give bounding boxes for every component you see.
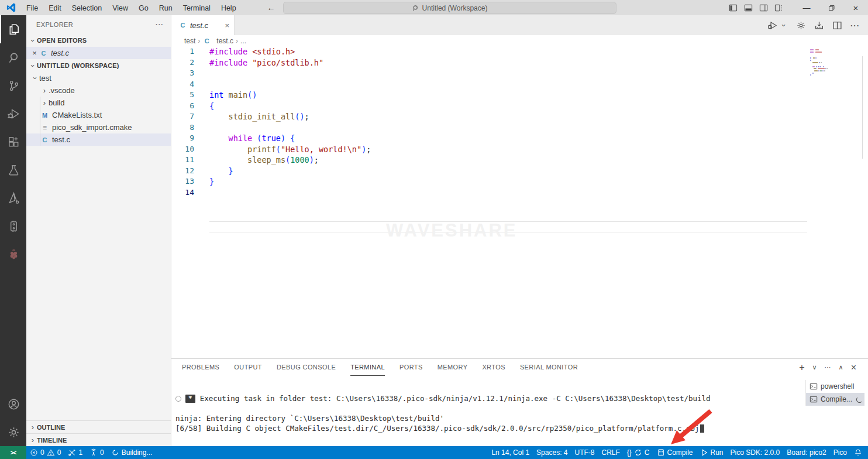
statusbar-eol[interactable]: CRLF [598, 446, 623, 459]
tree-item-vscode[interactable]: ›.vscode [26, 84, 171, 97]
vscode-logo-icon [6, 2, 16, 13]
statusbar-pico-sdk-version[interactable]: Pico SDK: 2.0.0 [727, 446, 784, 459]
statusbar-notifications[interactable] [850, 446, 866, 459]
layout-sidebar-left-icon[interactable] [725, 0, 740, 15]
breadcrumb[interactable]: test›Ctest.c›... [171, 35, 868, 46]
editor-region: C test.c × › ··· test›Ctest.c›... 1#incl… [171, 15, 868, 446]
activity-settings[interactable] [0, 418, 26, 446]
statusbar-label: 0 [100, 448, 104, 457]
menu-go[interactable]: Go [133, 4, 154, 12]
statusbar-board[interactable]: Board: pico2 [783, 446, 829, 459]
panel-tab-ports[interactable]: PORTS [399, 359, 423, 376]
panel-tab-serial-monitor[interactable]: SERIAL MONITOR [520, 359, 578, 376]
editor-scrollbar[interactable] [862, 56, 863, 159]
minimap[interactable] [810, 49, 828, 78]
customize-layout-icon[interactable] [771, 0, 786, 15]
activity-run-and-debug[interactable] [0, 100, 26, 128]
panel-more-icon[interactable]: ⋯ [825, 364, 831, 371]
menu-edit[interactable]: Edit [43, 4, 67, 12]
activity-cmake[interactable] [0, 184, 26, 212]
tree-item-pico-sdk-import-cmake[interactable]: ≡pico_sdk_import.cmake [26, 121, 171, 133]
layout-panel-icon[interactable] [740, 0, 756, 15]
outline-section[interactable]: › OUTLINE [26, 420, 171, 433]
tree-item-test-c[interactable]: Ctest.c [26, 133, 171, 146]
close-panel-icon[interactable]: × [851, 362, 856, 373]
terminal-instance-compile[interactable]: Compile... [806, 393, 864, 406]
open-editors-section[interactable]: › OPEN EDITORS [26, 34, 171, 47]
nav-back-icon[interactable]: ← [267, 3, 275, 12]
tree-item-label: .vscode [49, 86, 75, 95]
statusbar-remote-indicator[interactable]: >< [0, 446, 26, 459]
code-line-6: 6{ [171, 101, 868, 112]
maximize-panel-icon[interactable]: ∧ [839, 364, 843, 371]
terminal-line-1: *Executing task in folder test: C:\Users… [175, 393, 806, 403]
chevron-down-icon[interactable]: › [780, 21, 788, 29]
tree-item-test[interactable]: ›test [26, 72, 171, 84]
menu-terminal[interactable]: Terminal [178, 4, 216, 12]
close-tab-icon[interactable]: × [225, 21, 229, 30]
panel-tab-xrtos[interactable]: XRTOS [482, 359, 505, 376]
activity-accounts[interactable] [0, 390, 26, 418]
statusbar-problems[interactable]: 00 [26, 446, 64, 459]
code-line-12: 12 } [171, 166, 868, 177]
terminal-instance-powershell[interactable]: powershell [806, 380, 864, 393]
statusbar-cursor-position[interactable]: Ln 14, Col 1 [488, 446, 533, 459]
command-center-search[interactable]: Untitled (Workspace) [283, 2, 616, 14]
gear-icon[interactable] [796, 20, 806, 30]
statusbar-encoding[interactable]: UTF-8 [571, 446, 598, 459]
timeline-section[interactable]: › TIMELINE [26, 433, 171, 446]
restore-button[interactable] [819, 0, 843, 15]
watermark: WAVESHARE [386, 220, 518, 241]
panel-tab-debug-console[interactable]: DEBUG CONSOLE [277, 359, 336, 376]
open-editor-item-testc[interactable]: × C test.c [26, 47, 171, 59]
tree-item-label: build [49, 98, 64, 107]
statusbar-indentation[interactable]: Spaces: 4 [533, 446, 571, 459]
tab-testc[interactable]: C test.c × [171, 15, 235, 35]
activity-explorer[interactable] [0, 15, 26, 43]
breadcrumb-item-[interactable]: ... [240, 37, 246, 45]
statusbar-ports-count[interactable]: 0 [86, 446, 108, 459]
menu-view[interactable]: View [107, 4, 133, 12]
statusbar-building-status[interactable]: Building... [108, 446, 156, 459]
statusbar-tools-count[interactable]: 1 [64, 446, 86, 459]
minimap-line [810, 73, 828, 74]
new-terminal-icon[interactable]: + [799, 362, 804, 373]
activity-testing[interactable] [0, 156, 26, 184]
panel-tab-terminal[interactable]: TERMINAL [350, 359, 385, 376]
activity-source-control[interactable] [0, 71, 26, 100]
breadcrumb-item-test-c[interactable]: test.c [216, 37, 233, 45]
minimize-button[interactable]: — [794, 0, 819, 15]
code-editor[interactable]: 1#include <stdio.h>2#include "pico/stdli… [171, 46, 868, 239]
tree-item-cmakelists-txt[interactable]: MCMakeLists.txt [26, 109, 171, 121]
tree-item-build[interactable]: ›build [26, 97, 171, 109]
activity-pico-board[interactable] [0, 212, 26, 240]
statusbar-compile-button[interactable]: Compile [653, 446, 697, 459]
activity-extensions[interactable] [0, 128, 26, 156]
activity-search[interactable] [0, 43, 26, 71]
minimap-line [810, 64, 828, 65]
menu-help[interactable]: Help [216, 4, 242, 12]
activity-raspberry-pi-pico[interactable] [0, 240, 26, 268]
close-window-button[interactable]: × [843, 0, 868, 15]
terminal-dropdown-icon[interactable]: ∨ [812, 364, 817, 371]
menu-selection[interactable]: Selection [67, 4, 107, 12]
menu-file[interactable]: File [21, 4, 43, 12]
panel-tab-memory[interactable]: MEMORY [438, 359, 468, 376]
split-editor-icon[interactable] [832, 20, 842, 30]
flash-download-icon[interactable] [814, 20, 824, 30]
close-editor-icon[interactable]: × [30, 49, 39, 57]
breadcrumb-item-test[interactable]: test [184, 37, 195, 45]
layout-sidebar-right-icon[interactable] [756, 0, 771, 15]
panel-tab-problems[interactable]: PROBLEMS [182, 359, 219, 376]
statusbar-language-mode[interactable]: {}C [624, 446, 653, 459]
menu-run[interactable]: Run [154, 4, 178, 12]
panel-tab-output[interactable]: OUTPUT [234, 359, 262, 376]
line-number: 2 [171, 57, 194, 68]
line-number: 3 [171, 68, 194, 79]
sidebar-more-actions-icon[interactable]: ··· [156, 21, 164, 28]
debug-run-icon[interactable] [767, 20, 777, 30]
statusbar-pico-project[interactable]: Pico [830, 446, 850, 459]
statusbar-run-button[interactable]: Run [697, 446, 727, 459]
more-actions-icon[interactable]: ··· [850, 21, 860, 30]
workspace-section[interactable]: › UNTITLED (WORKSPACE) [26, 59, 171, 72]
